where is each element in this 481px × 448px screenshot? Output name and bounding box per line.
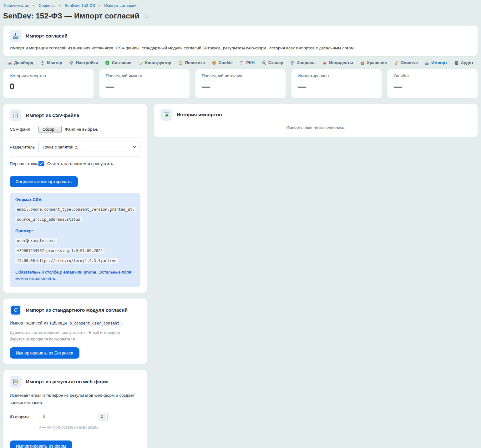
trash-icon [290,61,295,65]
csv-file-label: CSV-файл [10,127,38,132]
csv-format-info-box: Формат CSV: email;phone;consent_type;con… [10,193,140,287]
tab-dashboard[interactable]: Дашборд [8,60,33,65]
tab-consents[interactable]: Согласия [105,60,131,65]
stepper-down-icon[interactable] [101,417,103,419]
history-panel-title: История импортов [177,112,222,118]
tab-cleanup[interactable]: Очистка [394,60,418,65]
tab-label: Политика [185,60,205,65]
stat-label: Ошибок [394,73,471,78]
import-from-forms-button[interactable]: Импортировать из форм [10,440,72,448]
tab-constructor[interactable]: Конструктор [139,60,171,65]
module-panel-title: Импорт из стандартного модуля согласий [26,307,128,313]
box-icon [360,61,365,65]
breadcrumb-separator-icon: ▸ [59,3,61,8]
delimiter-label: Разделитель [10,145,38,149]
module-description: Импорт записей из таблицы b_consent_user… [10,320,140,325]
stat-value: — [298,82,375,92]
webform-panel-title: Импорт из результатов web-форм [26,379,108,385]
tab-label: Очистка [401,60,418,65]
tab-wizard[interactable]: Мастер [40,60,62,65]
tab-label: Настройки [76,60,98,65]
clipboard-icon [240,61,244,65]
tab-policy[interactable]: Политика [178,60,205,65]
tab-bar: Дашборд Мастер Настройки Согласия Констр… [3,56,478,69]
module-import-panel: Импорт из стандартного модуля согласий И… [3,298,147,365]
stepper-up-icon[interactable] [101,415,103,416]
tab-label: Дашборд [14,60,33,65]
no-file-chosen-text: Файл не выбран. [65,127,98,132]
breadcrumb-item-sendev[interactable]: SenDev: 152-ФЗ [65,3,95,8]
bar-chart-icon [8,61,12,65]
tab-label: Аудит [461,60,473,65]
csv-example-heading: Пример: [15,229,135,233]
memo-icon [139,61,143,65]
delimiter-select[interactable]: Точка с запятой (;) [38,142,140,152]
first-row-checkbox[interactable] [38,161,44,166]
tab-incidents[interactable]: Инциденты [322,60,353,65]
import-history-panel: История импортов Импорты ещё не выполнял… [154,103,478,138]
inbox-icon [425,61,429,65]
stat-card-imported: Импортировано — [291,69,382,98]
stat-card-last-import: Последний импорт — [99,69,190,98]
module-note: Дубликаты автоматически пропускаются. Em… [10,329,132,343]
breadcrumb-item-desktop[interactable]: Рабочий стол [4,3,29,8]
csv-required-note: Обязательный столбец: email или phone. О… [15,269,135,282]
stat-label: История импортов [10,73,87,78]
tab-label: Согласия [112,60,131,65]
stats-row: История импортов 0 Последний импорт — По… [3,69,478,98]
tab-label: Сканер [268,60,283,65]
page-root: Рабочий стол ▸ Сервисы ▸ SenDev: 152-ФЗ … [0,0,481,448]
tab-import[interactable]: Импорт [425,60,447,65]
breadcrumb: Рабочий стол ▸ Сервисы ▸ SenDev: 152-ФЗ … [3,3,478,10]
header-description: Импорт и миграция согласий из внешних ис… [10,46,471,50]
import-from-bitrix-button[interactable]: Импортировать из Битрикса [10,347,79,359]
tab-scanner[interactable]: Сканер [262,60,283,65]
tab-requests[interactable]: Запросы [290,60,315,65]
form-id-input[interactable] [39,415,98,419]
delimiter-row: Разделитель Точка с запятой (;) [10,138,140,157]
tab-label: Cookie [219,60,233,65]
tab-label: Конструктор [145,60,171,65]
notebook-icon [454,61,459,65]
stat-value: — [106,82,183,92]
favorite-star-icon[interactable]: ☆ [143,12,149,20]
divider [10,435,140,435]
breadcrumb-item-import[interactable]: Импорт согласий [104,3,136,8]
stat-value: 0 [10,82,87,92]
number-stepper[interactable] [98,413,106,421]
first-row-label: Первая строка [10,161,38,166]
csv-file-icon [10,109,22,121]
history-empty-text: Импорты ещё не выполнялись. [160,125,471,130]
form-id-input-wrap [39,412,108,422]
tab-rkn[interactable]: РКН [240,60,255,65]
chevron-down-icon [133,146,136,148]
wizard-icon [40,61,45,65]
scroll-icon [178,61,183,65]
tab-label: Запросы [297,60,315,65]
tab-settings[interactable]: Настройки [69,60,98,65]
csv-format-heading: Формат CSV: [15,197,135,202]
tab-storage[interactable]: Хранение [360,60,387,65]
tab-cookie[interactable]: Cookie [212,60,233,65]
first-row-row: Первая строка Считать заголовком и пропу… [10,157,140,171]
stat-label: Последний источник [202,73,279,78]
stat-card-history: История импортов 0 [3,69,94,98]
webform-description: Извлекает email и телефон из результатов… [10,392,135,406]
tab-audit[interactable]: Аудит [454,60,473,65]
check-icon [39,162,43,165]
broom-icon [394,61,398,65]
browse-file-button[interactable]: Обзор... [38,126,62,133]
cookie-icon [212,61,216,65]
csv-example-code: user@example.com; +79001234567;processin… [15,238,118,264]
stat-label: Последний импорт [106,73,183,78]
table-name-code: b_consent_user_consent [68,320,121,326]
tab-label: Инциденты [329,60,353,65]
page-title: SenDev: 152-ФЗ — Импорт согласий [3,12,139,20]
green-check-icon [105,61,109,65]
csv-import-panel: Импорт из CSV-файла CSV-файл Обзор... Фа… [3,103,147,293]
header-title: Импорт согласий [26,33,68,39]
breadcrumb-item-services[interactable]: Сервисы [38,3,55,8]
upload-import-button[interactable]: Загрузить и импортировать [10,176,78,187]
breadcrumb-separator-icon: ▸ [33,3,35,8]
tab-label: Хранение [367,60,387,65]
